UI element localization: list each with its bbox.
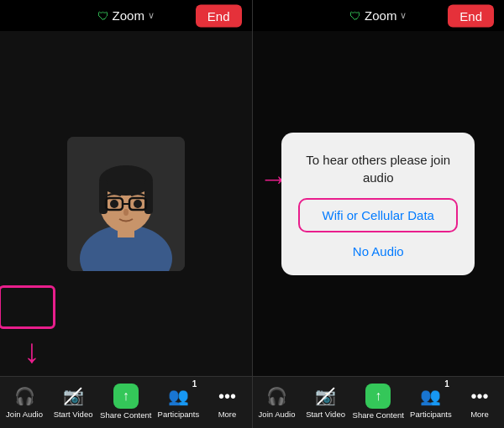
start-video-button[interactable]: 📷 Start Video — [51, 384, 95, 419]
no-audio-button[interactable]: No Audio — [353, 241, 404, 262]
toolbar-right: 🎧 Join Audio 📷 Start Video ↑ Share Conte… — [253, 376, 505, 428]
zoom-badge-right[interactable]: 🛡 Zoom ∨ — [349, 8, 407, 23]
join-audio-label: Join Audio — [6, 410, 43, 419]
participants-count: 1 — [192, 379, 197, 389]
toolbar-left: 🎧 Join Audio 📷 Start Video ↑ Share Conte… — [0, 376, 252, 428]
join-audio-button-right[interactable]: 🎧 Join Audio — [255, 384, 299, 419]
start-video-label-right: Start Video — [306, 410, 345, 419]
video-area-right: → To hear others please join audio Wifi … — [253, 31, 505, 376]
video-area-left: ↓ — [0, 31, 252, 376]
participants-icon-right: 👥 1 — [419, 384, 443, 408]
zoom-badge-left[interactable]: 🛡 Zoom ∨ — [97, 8, 155, 23]
right-header: 🛡 Zoom ∨ End — [253, 0, 505, 31]
end-button-right[interactable]: End — [448, 4, 494, 27]
share-content-button-right[interactable]: ↑ Share Content — [353, 384, 404, 420]
arrow-down-icon: ↓ — [24, 334, 40, 368]
participants-icon: 👥 1 — [166, 384, 190, 408]
share-content-label: Share Content — [100, 410, 151, 420]
left-header: 🛡 Zoom ∨ End — [0, 0, 252, 31]
svg-point-12 — [123, 209, 129, 216]
join-audio-button[interactable]: 🎧 Join Audio — [3, 384, 46, 419]
join-audio-highlight — [0, 285, 55, 329]
start-video-label: Start Video — [54, 410, 93, 419]
participants-button[interactable]: 👥 1 Participants — [156, 384, 200, 419]
more-label-left: More — [218, 410, 237, 419]
headphone-icon-right: 🎧 — [265, 384, 289, 408]
camera-icon-right: 📷 — [314, 384, 338, 408]
share-icon-right: ↑ — [365, 384, 391, 409]
zoom-label-right: Zoom — [365, 8, 396, 23]
chevron-down-icon-right: ∨ — [400, 10, 407, 21]
svg-point-10 — [110, 200, 118, 208]
zoom-label-left: Zoom — [113, 8, 144, 23]
camera-icon: 📷 — [61, 384, 85, 408]
svg-point-11 — [134, 200, 142, 208]
more-button-left[interactable]: ••• More — [205, 384, 249, 419]
share-content-label-right: Share Content — [353, 410, 404, 420]
right-screen: 🛡 Zoom ∨ End → To hear others please joi… — [253, 0, 505, 428]
left-screen: 🛡 Zoom ∨ End — [0, 0, 252, 428]
share-content-button[interactable]: ↑ Share Content — [100, 384, 151, 420]
ellipsis-icon-left: ••• — [215, 384, 239, 408]
start-video-button-right[interactable]: 📷 Start Video — [304, 384, 348, 419]
participant-video — [67, 137, 185, 271]
headphone-icon: 🎧 — [13, 384, 36, 408]
participants-count-right: 1 — [444, 379, 449, 389]
join-audio-popup: To hear others please join audio Wifi or… — [281, 133, 475, 275]
shield-icon-left: 🛡 — [97, 9, 109, 23]
join-audio-label-right: Join Audio — [259, 410, 296, 419]
end-button-left[interactable]: End — [196, 4, 242, 27]
popup-overlay: → To hear others please join audio Wifi … — [253, 31, 505, 376]
ellipsis-icon-right: ••• — [468, 384, 491, 408]
share-icon: ↑ — [113, 384, 139, 409]
participants-label-right: Participants — [410, 410, 452, 419]
participants-button-right[interactable]: 👥 1 Participants — [409, 384, 453, 419]
wifi-cellular-button[interactable]: Wifi or Cellular Data — [298, 198, 458, 232]
shield-icon-right: 🛡 — [349, 9, 361, 23]
chevron-down-icon-left: ∨ — [148, 10, 155, 21]
more-button-right[interactable]: ••• More — [458, 384, 501, 419]
popup-title: To hear others please join audio — [298, 151, 458, 186]
more-label-right: More — [470, 410, 489, 419]
participants-label: Participants — [158, 410, 200, 419]
